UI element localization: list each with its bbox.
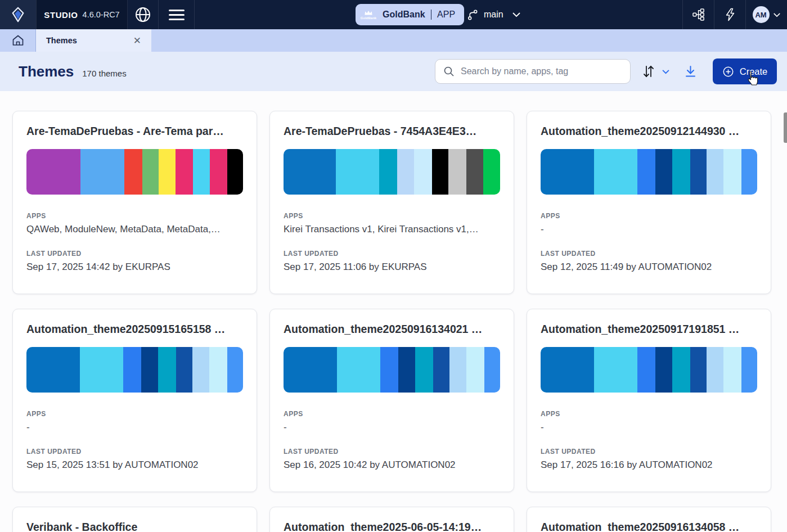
palette-segment [336,149,380,195]
studio-brand: STUDIO 4.6.0-RC7 [36,0,128,29]
palette-segment [176,347,193,393]
main-menu-button[interactable] [159,0,195,29]
palette-segment [158,347,176,393]
theme-card[interactable]: Automation_theme20250916134021 … APPS - … [269,309,514,492]
branch-selector[interactable]: main [467,0,521,29]
sitemap-icon [692,8,705,21]
tab-label: Themes [46,36,131,45]
palette-segment [26,149,80,195]
palette-segment [337,347,381,393]
palette-segment [672,149,690,195]
hamburger-icon [169,10,185,20]
palette-segment [723,149,741,195]
create-button[interactable]: Create [713,58,777,84]
app-selector[interactable]: GoldBank GoldBank APP [356,4,464,25]
create-button-label: Create [740,66,768,77]
palette-segment [655,149,672,195]
palette-segment [741,149,757,195]
theme-palette [284,149,500,195]
language-button[interactable] [128,0,159,29]
search-box[interactable] [435,59,631,84]
apps-value: - [541,224,757,235]
studio-logo[interactable] [0,0,36,29]
tab-themes[interactable]: Themes ✕ [36,29,151,52]
palette-segment [723,347,741,393]
palette-segment [484,347,500,393]
updated-value: Sep 15, 2025 13:51 by AUTOMATION02 [26,459,243,471]
download-button[interactable] [684,65,697,78]
theme-card[interactable]: Are-TemaDePruebas - 7454A3E4E3… APPS Kir… [269,111,514,294]
chip-divider [431,10,432,20]
updated-value: Sep 17, 2025 11:06 by EKURPAS [284,262,500,273]
brand-name: STUDIO [44,10,78,20]
app-suffix: APP [437,10,455,20]
palette-segment [594,347,638,393]
updated-value: Sep 17, 2025 14:42 by EKURPAS [26,262,243,273]
apps-label: APPS [541,410,757,418]
palette-segment [541,149,594,195]
palette-segment [448,149,466,195]
download-icon [684,65,697,78]
goldbank-logo-icon: GoldBank [360,10,377,20]
theme-card[interactable]: Automation_theme2025-06-05-14:19… [269,507,514,532]
theme-palette [541,347,757,393]
palette-segment [80,347,124,393]
palette-segment [433,347,450,393]
theme-card[interactable]: Automation_theme20250912144930 … APPS - … [527,111,771,294]
theme-title: Automation_theme2025-06-05-14:19… [284,521,500,532]
theme-title: Automation_theme20250916134021 … [284,323,500,336]
user-chevron-icon [773,12,781,17]
theme-title: Automation_theme20250916134058 … [541,521,757,532]
theme-card[interactable]: Automation_theme20250917191851 … APPS - … [527,309,771,492]
sort-control[interactable] [642,64,670,79]
palette-segment [123,347,141,393]
palette-segment [707,149,723,195]
quick-actions-button[interactable] [714,0,745,29]
search-input[interactable] [461,66,622,76]
apps-value: Kirei Transactions v1, Kirei Transaction… [284,224,500,235]
close-tab-icon[interactable]: ✕ [131,35,143,47]
palette-segment [26,347,80,393]
updated-value: Sep 17, 2025 16:16 by AUTOMATION02 [541,459,757,471]
palette-segment [380,347,398,393]
themes-count: 170 themes [82,69,126,78]
theme-title: Are-TemaDePruebas - Are-Tema par… [26,125,243,138]
apps-value: - [541,422,757,433]
theme-card[interactable]: Are-TemaDePruebas - Are-Tema par… APPS Q… [12,111,257,294]
globe-icon [134,6,152,24]
top-navbar: STUDIO 4.6.0-RC7 GoldBank GoldBank APP [0,0,787,29]
palette-segment [124,149,142,195]
palette-segment [541,347,594,393]
palette-segment [741,347,757,393]
sitemap-button[interactable] [682,0,714,29]
palette-segment [432,149,449,195]
user-menu[interactable]: AM [745,0,787,29]
theme-card[interactable]: Veribank - Backoffice [12,507,257,532]
palette-segment [655,347,672,393]
palette-segment [483,149,500,195]
themes-grid: Are-TemaDePruebas - Are-Tema par… APPS Q… [12,111,771,532]
palette-segment [415,347,433,393]
apps-label: APPS [284,212,500,220]
theme-title: Veribank - Backoffice [26,521,243,532]
palette-segment [398,347,415,393]
updated-label: LAST UPDATED [541,448,757,456]
palette-segment [141,347,158,393]
theme-palette [284,347,500,393]
apps-value: QAWeb, ModuleNew, MetaData, MetaData,… [26,224,243,235]
apps-label: APPS [26,410,243,418]
theme-title: Automation_theme20250917191851 … [541,323,757,336]
branch-name: main [484,10,503,20]
branch-chevron-icon [512,12,521,17]
palette-segment [690,149,707,195]
updated-label: LAST UPDATED [541,250,757,258]
home-tab[interactable] [0,29,36,52]
home-icon [11,34,25,47]
vertical-scrollbar[interactable] [784,112,787,143]
palette-segment [210,149,228,195]
navbar-right: AM [682,0,787,29]
theme-card[interactable]: Automation_theme20250916134058 … [527,507,771,532]
theme-title: Automation_theme20250912144930 … [541,125,757,138]
palette-segment [284,347,337,393]
theme-card[interactable]: Automation_theme20250915165158 … APPS - … [12,309,257,492]
